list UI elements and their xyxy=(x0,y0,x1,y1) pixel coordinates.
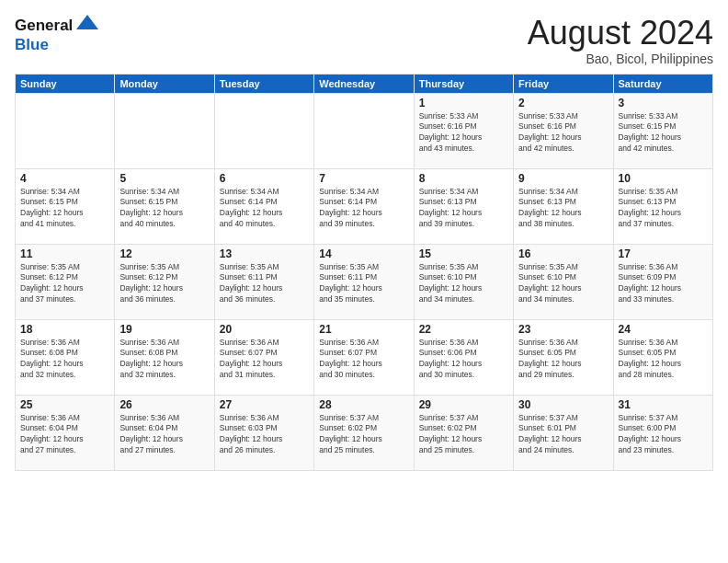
logo-text-blue: Blue xyxy=(15,36,49,53)
day-info: Sunrise: 5:36 AM Sunset: 6:08 PM Dayligh… xyxy=(20,338,109,382)
day-cell: 23Sunrise: 5:36 AM Sunset: 6:05 PM Dayli… xyxy=(514,319,613,395)
day-info: Sunrise: 5:35 AM Sunset: 6:10 PM Dayligh… xyxy=(419,262,508,306)
day-info: Sunrise: 5:34 AM Sunset: 6:15 PM Dayligh… xyxy=(20,187,109,231)
day-info: Sunrise: 5:36 AM Sunset: 6:07 PM Dayligh… xyxy=(220,338,309,382)
day-cell: 17Sunrise: 5:36 AM Sunset: 6:09 PM Dayli… xyxy=(613,244,712,319)
day-number: 7 xyxy=(319,172,408,185)
day-cell: 18Sunrise: 5:36 AM Sunset: 6:08 PM Dayli… xyxy=(16,319,115,395)
day-cell: 21Sunrise: 5:36 AM Sunset: 6:07 PM Dayli… xyxy=(314,319,414,395)
day-number: 20 xyxy=(220,323,309,336)
col-wednesday: Wednesday xyxy=(314,74,414,93)
day-number: 22 xyxy=(419,323,508,336)
col-monday: Monday xyxy=(115,74,214,93)
day-info: Sunrise: 5:34 AM Sunset: 6:14 PM Dayligh… xyxy=(220,187,309,231)
day-cell: 31Sunrise: 5:37 AM Sunset: 6:00 PM Dayli… xyxy=(613,395,712,470)
day-cell: 7Sunrise: 5:34 AM Sunset: 6:14 PM Daylig… xyxy=(314,168,414,244)
day-cell: 19Sunrise: 5:36 AM Sunset: 6:08 PM Dayli… xyxy=(115,319,214,395)
day-number: 17 xyxy=(619,247,708,260)
day-cell: 20Sunrise: 5:36 AM Sunset: 6:07 PM Dayli… xyxy=(214,319,313,395)
day-number: 23 xyxy=(518,323,608,336)
day-number: 31 xyxy=(619,398,708,411)
day-number: 2 xyxy=(518,97,608,109)
day-info: Sunrise: 5:33 AM Sunset: 6:16 PM Dayligh… xyxy=(419,111,508,155)
logo-text-general: General xyxy=(15,17,73,35)
logo-icon xyxy=(74,11,100,37)
day-number: 30 xyxy=(518,398,608,411)
day-cell: 30Sunrise: 5:37 AM Sunset: 6:01 PM Dayli… xyxy=(514,395,613,470)
day-number: 19 xyxy=(119,323,209,336)
week-row-1: 1Sunrise: 5:33 AM Sunset: 6:16 PM Daylig… xyxy=(16,93,713,168)
day-number: 16 xyxy=(518,247,608,260)
day-info: Sunrise: 5:35 AM Sunset: 6:10 PM Dayligh… xyxy=(518,262,608,306)
day-cell: 11Sunrise: 5:35 AM Sunset: 6:12 PM Dayli… xyxy=(16,244,115,319)
day-cell: 9Sunrise: 5:34 AM Sunset: 6:13 PM Daylig… xyxy=(514,168,613,244)
day-cell: 22Sunrise: 5:36 AM Sunset: 6:06 PM Dayli… xyxy=(414,319,513,395)
day-cell: 29Sunrise: 5:37 AM Sunset: 6:02 PM Dayli… xyxy=(414,395,513,470)
day-info: Sunrise: 5:36 AM Sunset: 6:05 PM Dayligh… xyxy=(518,338,608,382)
day-cell: 28Sunrise: 5:37 AM Sunset: 6:02 PM Dayli… xyxy=(314,395,414,470)
day-info: Sunrise: 5:33 AM Sunset: 6:16 PM Dayligh… xyxy=(518,111,608,155)
week-row-2: 4Sunrise: 5:34 AM Sunset: 6:15 PM Daylig… xyxy=(16,168,713,244)
col-friday: Friday xyxy=(514,74,613,93)
day-info: Sunrise: 5:34 AM Sunset: 6:13 PM Dayligh… xyxy=(518,187,608,231)
day-cell: 6Sunrise: 5:34 AM Sunset: 6:14 PM Daylig… xyxy=(214,168,313,244)
day-number: 14 xyxy=(319,247,408,260)
day-cell: 13Sunrise: 5:35 AM Sunset: 6:11 PM Dayli… xyxy=(214,244,313,319)
day-number: 27 xyxy=(220,398,309,411)
day-info: Sunrise: 5:36 AM Sunset: 6:05 PM Dayligh… xyxy=(619,338,708,382)
day-number: 26 xyxy=(119,398,209,411)
day-info: Sunrise: 5:33 AM Sunset: 6:15 PM Dayligh… xyxy=(619,111,708,155)
day-number: 1 xyxy=(419,97,508,109)
day-info: Sunrise: 5:34 AM Sunset: 6:15 PM Dayligh… xyxy=(119,187,209,231)
day-cell: 16Sunrise: 5:35 AM Sunset: 6:10 PM Dayli… xyxy=(514,244,613,319)
day-cell: 4Sunrise: 5:34 AM Sunset: 6:15 PM Daylig… xyxy=(16,168,115,244)
day-cell xyxy=(314,93,414,168)
day-number: 12 xyxy=(119,247,209,260)
day-cell: 15Sunrise: 5:35 AM Sunset: 6:10 PM Dayli… xyxy=(414,244,513,319)
day-number: 3 xyxy=(619,97,708,109)
day-cell: 8Sunrise: 5:34 AM Sunset: 6:13 PM Daylig… xyxy=(414,168,513,244)
day-cell: 1Sunrise: 5:33 AM Sunset: 6:16 PM Daylig… xyxy=(414,93,513,168)
day-info: Sunrise: 5:35 AM Sunset: 6:11 PM Dayligh… xyxy=(220,262,309,306)
day-number: 21 xyxy=(319,323,408,336)
day-info: Sunrise: 5:37 AM Sunset: 6:01 PM Dayligh… xyxy=(518,413,608,457)
day-number: 5 xyxy=(119,172,209,185)
day-cell: 27Sunrise: 5:36 AM Sunset: 6:03 PM Dayli… xyxy=(214,395,313,470)
day-cell xyxy=(214,93,313,168)
calendar-subtitle: Bao, Bicol, Philippines xyxy=(528,52,713,66)
week-row-3: 11Sunrise: 5:35 AM Sunset: 6:12 PM Dayli… xyxy=(16,244,713,319)
day-info: Sunrise: 5:35 AM Sunset: 6:13 PM Dayligh… xyxy=(619,187,708,231)
day-number: 29 xyxy=(419,398,508,411)
day-cell: 2Sunrise: 5:33 AM Sunset: 6:16 PM Daylig… xyxy=(514,93,613,168)
day-info: Sunrise: 5:37 AM Sunset: 6:00 PM Dayligh… xyxy=(619,413,708,457)
day-info: Sunrise: 5:34 AM Sunset: 6:13 PM Dayligh… xyxy=(419,187,508,231)
day-info: Sunrise: 5:36 AM Sunset: 6:03 PM Dayligh… xyxy=(220,413,309,457)
day-number: 13 xyxy=(220,247,309,260)
svg-marker-0 xyxy=(76,15,98,29)
day-number: 15 xyxy=(419,247,508,260)
day-cell xyxy=(115,93,214,168)
day-info: Sunrise: 5:36 AM Sunset: 6:07 PM Dayligh… xyxy=(319,338,408,382)
day-cell: 14Sunrise: 5:35 AM Sunset: 6:11 PM Dayli… xyxy=(314,244,414,319)
day-info: Sunrise: 5:35 AM Sunset: 6:11 PM Dayligh… xyxy=(319,262,408,306)
day-cell: 12Sunrise: 5:35 AM Sunset: 6:12 PM Dayli… xyxy=(115,244,214,319)
day-cell: 26Sunrise: 5:36 AM Sunset: 6:04 PM Dayli… xyxy=(115,395,214,470)
logo: General Blue xyxy=(15,15,100,54)
title-block: August 2024 Bao, Bicol, Philippines xyxy=(528,15,713,66)
day-cell: 10Sunrise: 5:35 AM Sunset: 6:13 PM Dayli… xyxy=(613,168,712,244)
col-tuesday: Tuesday xyxy=(214,74,313,93)
day-number: 9 xyxy=(518,172,608,185)
header-row: Sunday Monday Tuesday Wednesday Thursday… xyxy=(16,74,713,93)
day-info: Sunrise: 5:37 AM Sunset: 6:02 PM Dayligh… xyxy=(419,413,508,457)
day-info: Sunrise: 5:34 AM Sunset: 6:14 PM Dayligh… xyxy=(319,187,408,231)
day-cell: 3Sunrise: 5:33 AM Sunset: 6:15 PM Daylig… xyxy=(613,93,712,168)
day-info: Sunrise: 5:37 AM Sunset: 6:02 PM Dayligh… xyxy=(319,413,408,457)
week-row-5: 25Sunrise: 5:36 AM Sunset: 6:04 PM Dayli… xyxy=(16,395,713,470)
day-number: 8 xyxy=(419,172,508,185)
day-number: 6 xyxy=(220,172,309,185)
day-info: Sunrise: 5:36 AM Sunset: 6:04 PM Dayligh… xyxy=(20,413,109,457)
calendar-table: Sunday Monday Tuesday Wednesday Thursday… xyxy=(15,74,713,471)
day-info: Sunrise: 5:36 AM Sunset: 6:04 PM Dayligh… xyxy=(119,413,209,457)
day-number: 10 xyxy=(619,172,708,185)
day-number: 18 xyxy=(20,323,109,336)
